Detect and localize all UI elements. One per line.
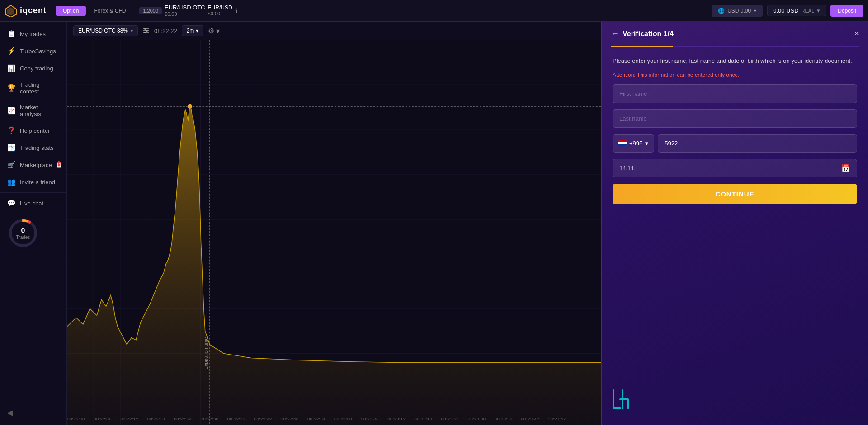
help-center-icon: ❓ (7, 126, 15, 135)
svg-text:08:22:06: 08:22:06 (94, 416, 112, 421)
svg-text:08:23:24: 08:23:24 (441, 416, 459, 421)
chart-selector[interactable]: EUR/USD OTC 88% ▾ (73, 25, 138, 36)
phone-input[interactable] (658, 134, 857, 153)
chart-indicator-btn[interactable] (142, 27, 150, 34)
demo-balance-btn[interactable]: 🌐 USD 0.00 ▾ (712, 5, 763, 17)
sidebar-item-help-center[interactable]: ❓ Help center (0, 122, 66, 139)
flag-icon (618, 140, 627, 146)
demo-balance-value: USD 0.00 (727, 8, 751, 14)
instrument-sub: $0.00 (165, 11, 205, 17)
date-row: 📅 (613, 159, 857, 177)
sidebar-label-invite-friend: Invite a friend (20, 179, 55, 186)
sidebar-label-my-trades: My trades (20, 31, 46, 37)
svg-point-5 (144, 28, 146, 30)
date-input[interactable] (619, 165, 841, 172)
chart-canvas: Expiration time 08:22:00 08:22:06 08:22:… (67, 40, 601, 425)
logo-icon (5, 5, 17, 17)
chart-selector-arrow: ▾ (131, 28, 133, 33)
svg-text:08:23:36: 08:23:36 (495, 416, 513, 421)
phone-prefix-value: +995 (629, 140, 642, 147)
svg-text:08:23:12: 08:23:12 (387, 416, 406, 421)
first-name-input[interactable] (613, 84, 857, 103)
svg-point-25 (188, 104, 192, 109)
svg-text:08:22:36: 08:22:36 (227, 416, 245, 421)
instrument-sub-price: $0.00 (208, 11, 232, 17)
sidebar-label-copy-trading: Copy trading (20, 65, 53, 72)
svg-text:08:22:54: 08:22:54 (307, 416, 326, 421)
chart-interval-label: 2m (187, 28, 194, 34)
verification-panel: ← Verification 1/4 × Please enter your f… (601, 22, 868, 425)
tab-forex[interactable]: Forex & CFD (87, 6, 133, 16)
phone-prefix-selector[interactable]: +995 ▾ (613, 134, 654, 153)
panel-close-btn[interactable]: × (854, 29, 859, 38)
turbo-savings-icon: ⚡ (7, 47, 15, 55)
svg-text:08:22:18: 08:22:18 (147, 416, 165, 421)
bottom-logo-icon (609, 386, 632, 416)
sidebar-item-turbo-savings[interactable]: ⚡ TurboSavings (0, 42, 66, 60)
live-chat-icon: 💬 (7, 199, 15, 207)
trades-label: Trades (16, 235, 30, 240)
svg-text:08:23:06: 08:23:06 (361, 416, 379, 421)
main-content: 📋 My trades ⚡ TurboSavings 📊 Copy tradin… (0, 22, 868, 425)
trading-contest-icon: 🏆 (7, 84, 15, 92)
instrument-group: 1:2000 EUR/USD OTC $0.00 EUR/USD $0.00 ℹ (139, 4, 237, 17)
svg-text:08:23:30: 08:23:30 (468, 416, 486, 421)
svg-text:08:22:30: 08:22:30 (201, 416, 219, 421)
logo: iqcent (5, 5, 47, 17)
sidebar: 📋 My trades ⚡ TurboSavings 📊 Copy tradin… (0, 22, 67, 425)
trades-count: 0 (16, 227, 30, 235)
chart-area: EUR/USD OTC 88% ▾ 08:22:22 2m ▾ ⚙ ▾ (67, 22, 601, 425)
svg-rect-47 (618, 142, 627, 144)
svg-text:08:22:00: 08:22:00 (67, 416, 85, 421)
svg-text:08:22:24: 08:22:24 (174, 416, 192, 421)
svg-text:08:23:00: 08:23:00 (334, 416, 352, 421)
svg-text:08:22:48: 08:22:48 (281, 416, 299, 421)
sidebar-divider (0, 192, 66, 193)
trading-stats-icon: 📉 (7, 144, 15, 152)
last-name-input[interactable] (613, 109, 857, 128)
panel-warning: Attention: This information can be enter… (613, 72, 857, 78)
svg-text:08:22:12: 08:22:12 (120, 416, 138, 421)
sidebar-collapse-btn[interactable]: ◀ (0, 404, 20, 421)
marketplace-icon: 🛒 (7, 161, 15, 169)
continue-button[interactable]: CONTINUE (613, 184, 857, 204)
sidebar-item-invite-friend[interactable]: 👥 Invite a friend (0, 173, 66, 191)
sidebar-item-market-analysis[interactable]: 📈 Market analysis (0, 99, 66, 122)
chart-interval-selector[interactable]: 2m ▾ (182, 25, 204, 36)
panel-header: ← Verification 1/4 × (602, 22, 868, 46)
tab-option[interactable]: Option (56, 6, 86, 16)
my-trades-icon: 📋 (7, 30, 15, 38)
tab-group: Option Forex & CFD (56, 6, 133, 16)
topbar: iqcent Option Forex & CFD 1:2000 EUR/USD… (0, 0, 868, 22)
phone-prefix-arrow: ▾ (645, 140, 648, 147)
phone-row: +995 ▾ (613, 134, 857, 153)
bottom-logo (609, 386, 632, 416)
sidebar-item-trading-contest[interactable]: 🏆 Trading contest (0, 77, 66, 99)
svg-text:08:23:42: 08:23:42 (521, 416, 539, 421)
topbar-right: 🌐 USD 0.00 ▾ 0.00 USD REAL ▾ Deposit (712, 5, 863, 17)
chart-toolbar: EUR/USD OTC 88% ▾ 08:22:22 2m ▾ ⚙ ▾ (67, 22, 601, 40)
panel-body: Please enter your first name, last name … (602, 47, 868, 213)
svg-marker-1 (7, 7, 14, 15)
svg-text:08:22:42: 08:22:42 (254, 416, 272, 421)
calendar-icon[interactable]: 📅 (841, 164, 850, 173)
chart-settings-btn[interactable]: ⚙ ▾ (208, 27, 220, 35)
sidebar-item-marketplace[interactable]: 🛒 Marketplace 11 (0, 156, 66, 173)
demo-balance-icon: 🌐 (718, 8, 725, 14)
invite-friend-icon: 👥 (7, 178, 15, 186)
panel-back-btn[interactable]: ← (611, 29, 619, 38)
sidebar-item-live-chat[interactable]: 💬 Live chat (0, 195, 66, 212)
sidebar-label-trading-contest: Trading contest (20, 81, 59, 95)
svg-point-7 (144, 32, 146, 33)
balance-dropdown-icon[interactable]: ▾ (817, 7, 820, 14)
info-icon[interactable]: ℹ (235, 7, 237, 14)
trades-widget: 0 Trades (7, 217, 39, 249)
deposit-button[interactable]: Deposit (830, 5, 863, 17)
sidebar-label-market-analysis: Market analysis (20, 104, 59, 117)
sidebar-item-my-trades[interactable]: 📋 My trades (0, 25, 66, 42)
balance-value: 0.00 USD (773, 7, 798, 14)
sidebar-item-trading-stats[interactable]: 📉 Trading stats (0, 139, 66, 156)
sidebar-item-copy-trading[interactable]: 📊 Copy trading (0, 60, 66, 77)
chart-time: 08:22:22 (154, 28, 177, 34)
svg-rect-46 (618, 140, 627, 142)
